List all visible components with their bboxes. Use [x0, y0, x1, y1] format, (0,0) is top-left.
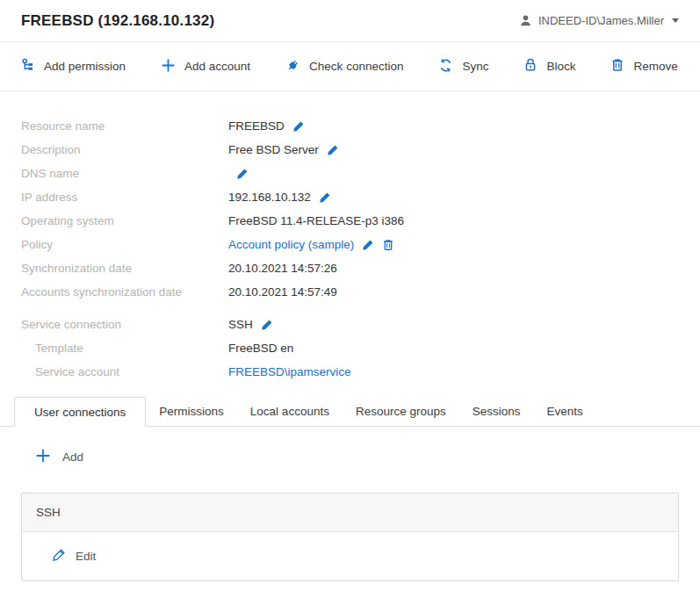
detail-value: SSH [228, 318, 253, 331]
add-permission-button[interactable]: Add permission [21, 58, 126, 75]
edit-icon [52, 548, 66, 565]
delete-policy-icon[interactable] [382, 239, 394, 251]
detail-label: Operating system [21, 214, 228, 227]
edit-icon[interactable] [261, 319, 273, 331]
detail-value: FreeBSD 11.4-RELEASE-p3 i386 [228, 214, 404, 227]
chevron-down-icon [672, 18, 679, 23]
detail-label: Template [21, 342, 228, 355]
table-header-row: SSH [22, 493, 678, 532]
detail-row-description: Description Free BSD Server [21, 138, 679, 162]
detail-label: Synchronization date [21, 262, 228, 275]
plus-icon [35, 448, 51, 466]
detail-value: Free BSD Server [228, 143, 319, 156]
tab-permissions[interactable]: Permissions [146, 396, 237, 426]
toolbar-item-label: Block [546, 60, 575, 73]
user-icon [519, 14, 532, 27]
detail-label: IP address [21, 191, 228, 204]
detail-row-ip-address: IP address 192.168.10.132 [21, 185, 679, 209]
edit-icon[interactable] [236, 168, 249, 180]
detail-row-accounts-sync-date: Accounts synchronization date 20.10.2021… [21, 280, 679, 304]
toolbar-item-label: Sync [462, 60, 488, 73]
detail-row-sync-date: Synchronization date 20.10.2021 14:57:26 [21, 256, 679, 280]
tab-local-accounts[interactable]: Local accounts [237, 396, 343, 426]
policy-link[interactable]: Account policy (sample) [228, 238, 354, 251]
detail-label: Service connection [21, 318, 228, 331]
trash-icon [610, 58, 624, 75]
detail-row-resource-name: Resource name FREEBSD [21, 114, 679, 138]
detail-label: DNS name [21, 167, 228, 180]
add-account-button[interactable]: Add account [161, 58, 250, 76]
detail-value: 20.10.2021 14:57:49 [228, 285, 337, 299]
edit-icon[interactable] [292, 120, 305, 133]
sync-button[interactable]: Sync [438, 58, 488, 76]
add-button-label: Add [62, 450, 83, 464]
user-menu[interactable]: INDEED-ID\James.Miller [519, 14, 679, 27]
tab-events[interactable]: Events [534, 396, 596, 426]
remove-button[interactable]: Remove [610, 58, 677, 75]
detail-row-service-account: Service account FREEBSD\ipamservice [21, 360, 679, 384]
edit-icon[interactable] [327, 144, 339, 156]
toolbar-item-label: Check connection [309, 60, 403, 73]
plug-icon [285, 58, 300, 76]
detail-label: Description [21, 143, 228, 156]
table-header-label: SSH [36, 506, 61, 519]
permission-icon [21, 58, 35, 75]
plus-icon [161, 58, 176, 76]
sync-icon [438, 58, 453, 76]
edit-icon[interactable] [362, 239, 374, 251]
detail-row-template: Template FreeBSD en [21, 336, 679, 360]
detail-row-service-connection: Service connection SSH [21, 313, 679, 336]
edit-button-label: Edit [76, 550, 96, 563]
detail-row-operating-system: Operating system FreeBSD 11.4-RELEASE-p3… [21, 209, 679, 233]
page-title: FREEBSD (192.168.10.132) [21, 12, 214, 30]
detail-row-policy: Policy Account policy (sample) [21, 233, 679, 256]
resource-details: Resource name FREEBSD Description Free B… [0, 91, 700, 384]
toolbar-item-label: Add account [184, 60, 250, 73]
tab-resource-groups[interactable]: Resource groups [343, 396, 459, 426]
detail-value: 20.10.2021 14:57:26 [228, 262, 337, 275]
tab-bar: User connections Permissions Local accou… [0, 396, 700, 427]
detail-label: Resource name [21, 119, 228, 133]
toolbar-item-label: Add permission [44, 60, 126, 73]
connections-table: SSH Edit [21, 493, 679, 581]
user-label: INDEED-ID\James.Miller [538, 14, 664, 27]
detail-value: FREEBSD [228, 119, 285, 133]
page-header: FREEBSD (192.168.10.132) INDEED-ID\James… [0, 0, 700, 42]
check-connection-button[interactable]: Check connection [285, 58, 403, 76]
toolbar-item-label: Remove [633, 60, 677, 73]
edit-icon[interactable] [319, 191, 331, 204]
detail-value: 192.168.10.132 [228, 191, 311, 204]
detail-label: Service account [21, 365, 228, 378]
detail-value: FreeBSD en [228, 342, 293, 355]
lock-icon [523, 58, 538, 75]
service-account-link[interactable]: FREEBSD\ipamservice [228, 365, 351, 378]
block-button[interactable]: Block [523, 58, 575, 75]
tab-sessions[interactable]: Sessions [459, 396, 534, 426]
toolbar: Add permission Add account Check connect… [0, 42, 700, 91]
detail-row-dns-name: DNS name [21, 162, 679, 185]
detail-label: Accounts synchronization date [21, 285, 228, 299]
edit-connection-button[interactable]: Edit [22, 532, 678, 580]
add-connection-button[interactable]: Add [0, 427, 105, 466]
tab-user-connections[interactable]: User connections [14, 397, 146, 427]
detail-label: Policy [21, 238, 228, 251]
